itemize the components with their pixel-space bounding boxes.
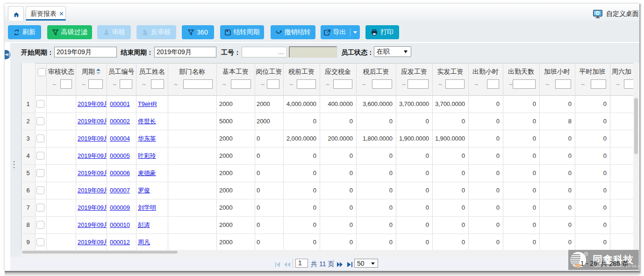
svg-text:R: R bbox=[585, 253, 587, 255]
